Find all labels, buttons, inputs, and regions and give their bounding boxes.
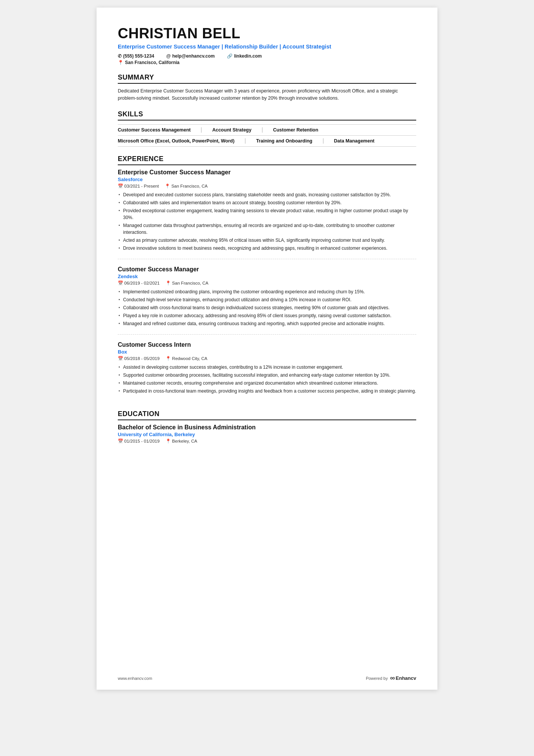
bullet-item: Played a key role in customer advocacy, … (118, 312, 416, 319)
experience-section: EXPERIENCE Enterprise Customer Success M… (118, 155, 416, 402)
candidate-name: CHRISTIAN BELL (118, 26, 416, 42)
location-icon-z: 📍 (166, 280, 171, 286)
bullet-item: Developed and executed customer success … (118, 191, 416, 198)
phone-contact: ✆ (555) 555-1234 (118, 53, 154, 59)
email-icon: @ (166, 53, 171, 59)
skill-cr: Customer Retention (273, 127, 318, 133)
company-salesforce: Salesforce (118, 177, 416, 182)
linkedin-icon: 🔗 (227, 53, 233, 59)
bullet-item: Managed and refined customer data, ensur… (118, 320, 416, 327)
job-dates-zendesk: 📅 06/2019 - 02/2021 (118, 280, 159, 286)
bullet-item: Conducted high-level service trainings, … (118, 296, 416, 303)
candidate-title: Enterprise Customer Success Manager | Re… (118, 43, 416, 50)
job-bullets-salesforce: Developed and executed customer success … (118, 191, 416, 252)
company-zendesk: Zendesk (118, 274, 416, 279)
job-title-zendesk: Customer Success Manager (118, 266, 416, 273)
skill-as: Account Strategy (212, 127, 262, 133)
job-meta-box: 📅 05/2018 - 05/2019 📍 Redwood City, CA (118, 356, 416, 361)
calendar-icon: 📅 (118, 183, 123, 189)
skills-grid: Customer Success Management Account Stra… (118, 124, 416, 147)
footer-brand: Powered by ∞ Enhancv (366, 674, 416, 682)
footer-website: www.enhancv.com (118, 676, 152, 681)
bullet-item: Supported customer onboarding processes,… (118, 372, 416, 379)
job-title-box: Customer Success Intern (118, 341, 416, 348)
bullet-item: Collaborated with cross-functional teams… (118, 304, 416, 311)
linkedin-contact: 🔗 linkedin.com (227, 53, 262, 59)
skills-row-2: Microsoft Office (Excel, Outlook, PowerP… (118, 136, 416, 147)
job-location-box: 📍 Redwood City, CA (166, 356, 207, 361)
skills-row-1: Customer Success Management Account Stra… (118, 124, 416, 136)
job-box: Customer Success Intern Box 📅 05/2018 - … (118, 341, 416, 402)
skill-to: Training and Onboarding (256, 138, 323, 144)
enhancv-brand: ∞ Enhancv (390, 674, 416, 682)
location-icon-edu: 📍 (166, 438, 171, 444)
job-title-salesforce: Enterprise Customer Success Manager (118, 169, 416, 176)
enhancv-logo-icon: ∞ (390, 674, 395, 682)
summary-section: SUMMARY Dedicated Enterprise Customer Su… (118, 74, 416, 102)
job-meta-zendesk: 📅 06/2019 - 02/2021 📍 San Francisco, CA (118, 280, 416, 286)
resume-document: CHRISTIAN BELL Enterprise Customer Succe… (97, 8, 437, 690)
calendar-icon-edu: 📅 (118, 438, 123, 444)
calendar-icon-z: 📅 (118, 280, 123, 286)
edu-school: University of California, Berkeley (118, 432, 416, 437)
bullet-item: Drove innovative solutions to meet busin… (118, 245, 416, 252)
summary-title: SUMMARY (118, 74, 416, 84)
phone-icon: ✆ (118, 53, 122, 59)
bullet-item: Implemented customized onboarding plans,… (118, 288, 416, 295)
bullet-item: Maintained customer records, ensuring co… (118, 380, 416, 387)
job-location-salesforce: 📍 San Francisco, CA (165, 183, 208, 189)
resume-header: CHRISTIAN BELL Enterprise Customer Succe… (118, 26, 416, 65)
bullet-item: Collaborated with sales and implementati… (118, 199, 416, 206)
page-footer: www.enhancv.com Powered by ∞ Enhancv (118, 674, 416, 682)
location-contact: 📍 San Francisco, California (118, 60, 416, 65)
skills-title: SKILLS (118, 110, 416, 121)
edu-location: 📍 Berkeley, CA (166, 438, 197, 444)
edu-dates: 📅 01/2015 - 01/2019 (118, 438, 159, 444)
job-dates-box: 📅 05/2018 - 05/2019 (118, 356, 159, 361)
location-icon: 📍 (118, 60, 123, 65)
job-bullets-zendesk: Implemented customized onboarding plans,… (118, 288, 416, 327)
bullet-item: Acted as primary customer advocate, reso… (118, 237, 416, 244)
edu-meta: 📅 01/2015 - 01/2019 📍 Berkeley, CA (118, 438, 416, 444)
skills-section: SKILLS Customer Success Management Accou… (118, 110, 416, 147)
experience-title: EXPERIENCE (118, 155, 416, 165)
edu-degree: Bachelor of Science in Business Administ… (118, 424, 416, 431)
skill-csm: Customer Success Management (118, 127, 201, 133)
bullet-item: Assisted in developing customer success … (118, 364, 416, 371)
job-salesforce: Enterprise Customer Success Manager Sale… (118, 169, 416, 259)
summary-text: Dedicated Enterprise Customer Success Ma… (118, 88, 416, 102)
location-icon-sf: 📍 (165, 183, 170, 189)
bullet-item: Participated in cross-functional team me… (118, 388, 416, 394)
education-title: EDUCATION (118, 410, 416, 420)
job-location-zendesk: 📍 San Francisco, CA (166, 280, 208, 286)
company-box: Box (118, 349, 416, 355)
contact-info: ✆ (555) 555-1234 @ help@enhancv.com 🔗 li… (118, 53, 416, 59)
calendar-icon-b: 📅 (118, 356, 123, 361)
job-zendesk: Customer Success Manager Zendesk 📅 06/20… (118, 266, 416, 335)
email-contact: @ help@enhancv.com (166, 53, 215, 59)
location-icon-b: 📍 (166, 356, 171, 361)
job-meta-salesforce: 📅 03/2021 - Present 📍 San Francisco, CA (118, 183, 416, 189)
job-bullets-box: Assisted in developing customer success … (118, 364, 416, 394)
job-dates-salesforce: 📅 03/2021 - Present (118, 183, 159, 189)
skill-office: Microsoft Office (Excel, Outlook, PowerP… (118, 138, 245, 144)
education-section: EDUCATION Bachelor of Science in Busines… (118, 410, 416, 444)
bullet-item: Provided exceptional customer engagement… (118, 207, 416, 221)
bullet-item: Managed customer data throughout partner… (118, 222, 416, 236)
skill-dm: Data Management (334, 138, 375, 144)
